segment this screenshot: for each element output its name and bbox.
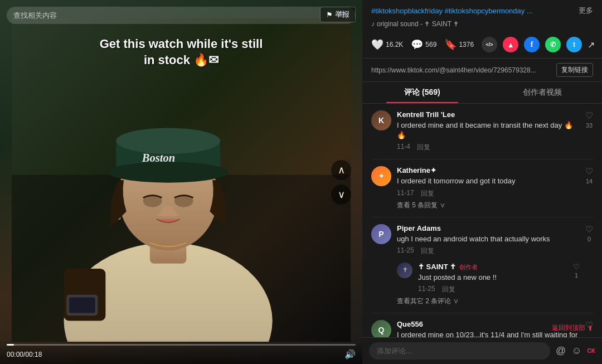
comment-like: ♡ 0 [585, 224, 593, 306]
back-to-top-icon: ⬆ [588, 324, 593, 332]
sub-comment-username: ✝ SAINT ✝ [418, 263, 456, 271]
emoji-icon: ☺ [571, 345, 581, 356]
url-row: https://www.tiktok.com/@saint4her/video/… [362, 59, 602, 82]
comment-meta: 11-4 回复 [397, 143, 580, 152]
like-count: 1 [575, 272, 578, 279]
volume-button[interactable]: 🔊 [344, 349, 356, 360]
comment-content: Kentrell Trill 'Lee I ordered mine and i… [397, 110, 580, 152]
music-note-icon: ♪ [371, 20, 375, 28]
comment-icon: 💬 [411, 38, 423, 51]
embed-button[interactable]: </> [482, 37, 497, 52]
avatar: ✦ [371, 166, 391, 186]
sound-name: original sound - ✝ SAINT ✝ [377, 20, 459, 28]
hashtags: #tiktokshopblackfriday #tiktokshopcyberm… [371, 7, 575, 15]
svg-rect-17 [69, 297, 95, 313]
search-bar[interactable]: 🔍 [7, 7, 356, 24]
sub-comment-text: Just posted a new one !! [418, 273, 567, 283]
reply-button[interactable]: 回复 [442, 285, 455, 294]
comment-action[interactable]: 💬 569 [411, 38, 436, 51]
svg-point-8 [116, 128, 220, 154]
video-panel: Boston � [0, 0, 362, 364]
svg-point-9 [108, 162, 228, 182]
comment-content: Piper Adams ugh I need an android watch … [397, 224, 580, 306]
video-controls: 00:00/00:18 🔊 [0, 339, 362, 364]
like-action[interactable]: 🤍 16.2K [371, 38, 403, 51]
social-share-icons: </> ▲ f ✆ t ↗ [482, 37, 595, 52]
sub-comment: ✝ ✝ SAINT ✝ 创作者 Just posted a new one !!… [397, 258, 580, 294]
sound-row: ♪ original sound - ✝ SAINT ✝ [362, 19, 602, 32]
progress-fill [7, 344, 14, 346]
comment-meta: 11-25 回复 [397, 246, 580, 256]
forward-share-button[interactable]: ↗ [588, 40, 595, 50]
comments-wrapper: K Kentrell Trill 'Lee I ordered mine and… [362, 104, 602, 337]
reply-button[interactable]: 回复 [417, 143, 430, 152]
emoji-button[interactable]: ☺ [571, 345, 581, 357]
comment-text: ugh I need an android watch that actuall… [397, 234, 580, 244]
avatar: P [371, 224, 391, 244]
like-count: 16.2K [386, 41, 403, 48]
comment-like: ♡ 14 [585, 166, 593, 210]
comment-username: Piper Adams [397, 224, 580, 232]
comment-username: Katherine✦ [397, 166, 580, 174]
more-button[interactable]: 更多 [579, 6, 593, 16]
video-url: https://www.tiktok.com/@saint4her/video/… [371, 66, 552, 74]
at-button[interactable]: @ [556, 345, 566, 357]
comment-meta: 11-17 回复 [397, 189, 580, 198]
scroll-arrows: ∧ ∨ [331, 160, 351, 205]
comment-text: I ordered it tomorrow and got it today [397, 176, 580, 186]
comment-content: Katherine✦ I ordered it tomorrow and got… [397, 166, 580, 210]
tabs-row: 评论 (569) 创作者视频 [362, 82, 602, 104]
like-count: 33 [586, 122, 593, 129]
svg-text:Boston: Boston [142, 152, 175, 164]
comment-item: K Kentrell Trill 'Lee I ordered mine and… [371, 104, 593, 159]
tab-comments[interactable]: 评论 (569) [362, 82, 482, 103]
comment-heart-icon[interactable]: ♡ [585, 110, 593, 121]
bookmark-action[interactable]: 🔖 1376 [444, 38, 474, 51]
comment-input-row: @ ☺ CK [362, 337, 602, 364]
comment-input[interactable] [369, 342, 550, 360]
comment-like: ♡ 33 [585, 110, 593, 152]
search-input[interactable] [13, 11, 338, 20]
at-icon: @ [556, 345, 566, 356]
facebook-share-button[interactable]: f [524, 37, 540, 52]
avatar: ✝ [397, 263, 412, 278]
scroll-up-button[interactable]: ∧ [331, 160, 351, 180]
avatar: Q [371, 320, 391, 337]
comments-list: K Kentrell Trill 'Lee I ordered mine and… [362, 104, 602, 337]
tags-section: #tiktokshopblackfriday #tiktokshopcyberm… [362, 0, 602, 19]
reply-button[interactable]: 回复 [421, 189, 434, 198]
whatsapp-share-button[interactable]: ✆ [545, 37, 561, 52]
comment-heart-icon[interactable]: ♡ [585, 166, 593, 177]
tab-creator-videos[interactable]: 创作者视频 [482, 82, 602, 103]
twitter-share-button[interactable]: t [566, 37, 582, 52]
comment-count: 569 [425, 41, 436, 48]
scroll-down-button[interactable]: ∨ [331, 185, 351, 205]
actions-row: 🤍 16.2K 💬 569 🔖 1376 </> ▲ f ✆ t ↗ [362, 32, 602, 59]
reply-button[interactable]: 回复 [421, 246, 434, 256]
volume-icon: 🔊 [344, 350, 356, 359]
report-button[interactable]: ⚑ 举报 [320, 7, 356, 22]
copy-link-button[interactable]: 复制链接 [556, 63, 593, 77]
bookmark-icon: 🔖 [444, 38, 457, 51]
back-to-top-button[interactable]: 返回到顶部 ⬆ [552, 323, 593, 333]
sub-comment-meta: 11-25 回复 [418, 285, 567, 294]
heart-icon: 🤍 [371, 38, 383, 51]
time-display: 00:00/00:18 [7, 351, 42, 358]
comment-item: ✦ Katherine✦ I ordered it tomorrow and g… [371, 159, 593, 217]
video-caption: Get this watch while it's still in stock… [0, 36, 362, 68]
avatar: K [371, 110, 391, 130]
right-panel: #tiktokshopblackfriday #tiktokshopcyberm… [362, 0, 602, 364]
bookmark-count: 1376 [459, 41, 474, 48]
like-count: 0 [588, 236, 591, 242]
comment-item: P Piper Adams ugh I need an android watc… [371, 217, 593, 313]
view-replies-button[interactable]: 查看 5 条回复 ∨ [397, 201, 580, 210]
comment-like: ♡ 1 [573, 263, 580, 294]
progress-bar[interactable] [7, 344, 356, 346]
report-icon: ⚑ [326, 11, 333, 19]
comment-heart-icon[interactable]: ♡ [585, 224, 593, 235]
tiktok-share-button[interactable]: ▲ [503, 37, 518, 52]
ck-badge: CK [588, 348, 595, 354]
creator-badge: 创作者 [459, 263, 478, 271]
comment-heart-icon[interactable]: ♡ [573, 263, 580, 271]
other-comments-button[interactable]: 查看其它 2 条评论 ∨ [397, 297, 580, 306]
